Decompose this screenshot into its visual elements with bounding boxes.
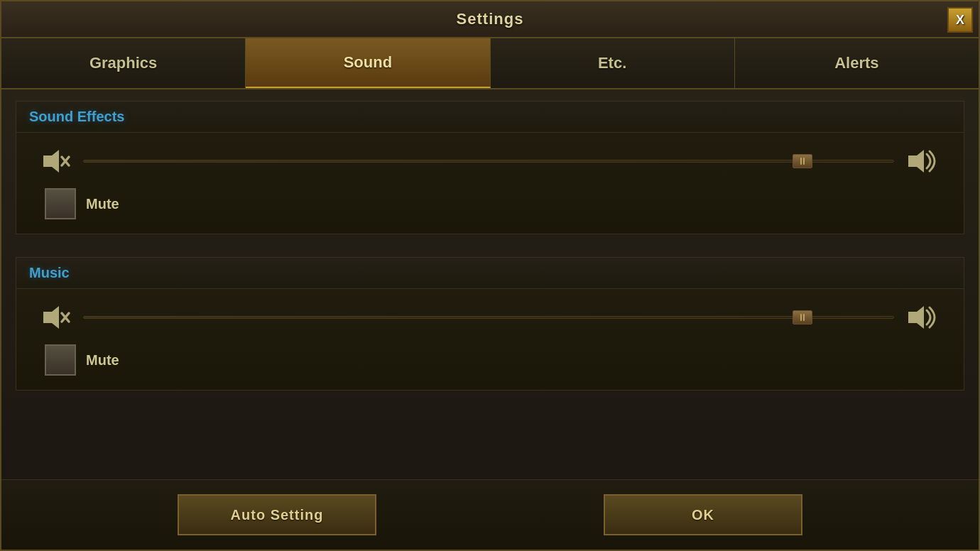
window-title: Settings	[457, 10, 524, 28]
music-slider-row	[38, 303, 942, 332]
bottom-bar: Auto Setting OK	[1, 479, 979, 550]
auto-setting-button[interactable]: Auto Setting	[178, 494, 376, 535]
music-header: Music	[16, 258, 964, 289]
music-mute-checkbox[interactable]	[45, 344, 76, 376]
tab-alerts[interactable]: Alerts	[735, 38, 979, 88]
content-area: Sound Effects	[1, 89, 979, 479]
sound-effects-muted-icon[interactable]	[38, 147, 72, 175]
music-body: Mute	[16, 289, 964, 390]
svg-marker-7	[908, 306, 924, 329]
music-loud-icon[interactable]	[905, 303, 942, 332]
music-muted-icon[interactable]	[38, 303, 72, 332]
svg-marker-3	[908, 150, 924, 173]
music-slider-thumb[interactable]	[793, 310, 812, 324]
sound-effects-section: Sound Effects	[16, 101, 964, 234]
svg-marker-4	[43, 306, 59, 329]
music-title: Music	[29, 265, 70, 280]
title-bar: Settings X	[1, 1, 979, 38]
tab-graphics[interactable]: Graphics	[1, 38, 246, 88]
tab-etc[interactable]: Etc.	[491, 38, 735, 88]
music-section: Music	[16, 257, 964, 391]
sound-effects-slider-row	[38, 147, 942, 175]
sound-effects-slider-thumb[interactable]	[793, 154, 812, 168]
sound-effects-title: Sound Effects	[29, 109, 124, 124]
ok-button[interactable]: OK	[604, 494, 802, 535]
sound-effects-mute-row: Mute	[38, 188, 942, 219]
sound-effects-body: Mute	[16, 133, 964, 234]
sound-effects-mute-label: Mute	[86, 196, 119, 212]
sound-effects-slider-track[interactable]	[83, 160, 894, 163]
sound-effects-loud-icon[interactable]	[905, 147, 942, 175]
sound-effects-mute-checkbox[interactable]	[45, 188, 76, 219]
sound-effects-header: Sound Effects	[16, 102, 964, 133]
tabs-row: Graphics Sound Etc. Alerts	[1, 38, 979, 89]
close-button[interactable]: X	[947, 7, 973, 33]
settings-window: Settings X Graphics Sound Etc. Alerts So…	[0, 0, 980, 551]
svg-marker-0	[43, 150, 59, 173]
music-slider-track[interactable]	[83, 316, 894, 319]
music-mute-row: Mute	[38, 344, 942, 376]
music-mute-label: Mute	[86, 352, 119, 369]
tab-sound[interactable]: Sound	[246, 38, 490, 88]
